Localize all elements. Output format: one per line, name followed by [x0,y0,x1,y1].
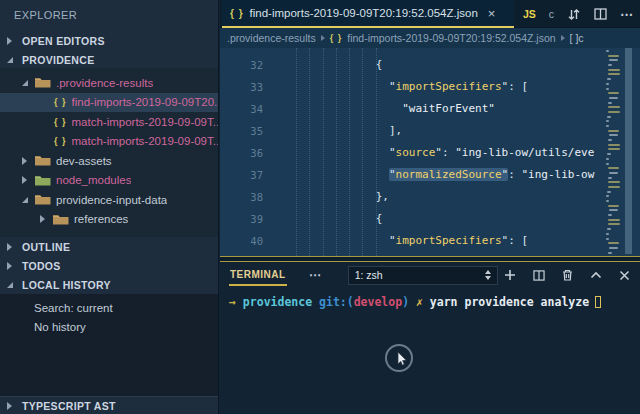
line-number: 39 [220,208,263,230]
minimap-line-seg [608,106,620,108]
code-line[interactable]: 34 "waitForEvent" [220,98,604,120]
minimap-line [604,144,626,146]
tree-item--providence-results[interactable]: .providence-results [0,73,218,93]
code-line[interactable]: 37 "normalizedSource": "ing-lib-ow [220,164,604,186]
terminal-selector[interactable]: 1: zsh [348,266,498,285]
section-label: OUTLINE [22,241,70,253]
prompt-segment-cmd: yarn providence analyze [430,295,589,309]
minimap-line-seg [607,116,611,118]
line-number: 37 [220,164,263,186]
minimap-line [604,195,626,197]
section-label: LOCAL HISTORY [22,279,111,291]
code-line[interactable]: 40 "importSpecifiers": [ [220,230,604,252]
minimap-line [604,139,626,141]
minimap-line [604,50,626,52]
new-terminal-icon[interactable] [504,269,516,281]
line-number: 32 [220,54,263,76]
json-string: "ing-lib-ow/utils/eve [455,146,594,159]
js-beautify-button[interactable]: JS [523,8,536,20]
local-history-status: No history [0,317,218,336]
breadcrumb-file[interactable]: find-imports-2019-09-09T20:19:52.054Z.js… [347,32,555,44]
section-outline[interactable]: OUTLINE [0,237,218,256]
code-line[interactable]: 38 }, [220,186,604,208]
json-punctuation: }, [376,190,389,203]
more-actions-icon[interactable]: ⋯ [620,7,634,22]
sync-icon[interactable] [567,8,581,21]
code-line[interactable]: 35 ], [220,120,604,142]
code-editor[interactable]: 32 {33 "importSpecifiers": [34 "waitForE… [220,48,640,256]
tree-item-references[interactable]: references [0,210,218,230]
line-number: 35 [220,120,263,142]
tab-find-imports-json[interactable]: { } find-imports-2019-09-09T20:19:52.054… [222,0,514,28]
tree-item-match-imports-2019-09-09t-[interactable]: { }match-imports-2019-09-09T... [0,132,218,152]
section-typescript-ast[interactable]: TYPESCRIPT AST [0,396,218,414]
chevron-right-icon [40,215,48,223]
minimap-line-seg [609,209,618,211]
json-string: "waitForEvent" [402,102,495,115]
maximize-panel-icon[interactable] [590,271,602,279]
minimap-line [604,205,626,207]
close-panel-icon[interactable] [619,270,630,281]
minimap-line-seg [606,50,609,52]
minimap-line [604,191,626,193]
minimap-line-seg [607,78,611,80]
json-file-icon: { } [330,33,343,43]
section-open-editors[interactable]: OPEN EDITORS [0,31,218,50]
breadcrumb-node[interactable]: [ ]c [570,32,584,44]
minimap-line [604,214,626,216]
minimap-line [604,78,626,80]
section-label: PROVIDENCE [22,54,94,66]
tree-item-node-modules[interactable]: node_modules [0,171,218,191]
editor-group: { } find-imports-2019-09-09T20:19:52.054… [220,0,640,414]
local-history-panel: Search: current No history [0,294,218,396]
minimap[interactable] [604,50,626,256]
code-line[interactable]: 32 { [220,54,604,76]
split-terminal-icon[interactable] [533,270,545,281]
c-action-button[interactable]: c [549,8,554,20]
code-line[interactable]: 36 "source": "ing-lib-ow/utils/eve [220,142,604,164]
section-providence[interactable]: PROVIDENCE [0,50,218,69]
code-line[interactable]: 39 { [220,208,604,230]
tree-item-label: providence-input-data [56,194,167,206]
code-line[interactable]: 33 "importSpecifiers": [ [220,76,604,98]
tree-item-providence-input-data[interactable]: providence-input-data [0,190,218,210]
minimap-line-seg [608,214,612,216]
close-tab-icon[interactable]: × [488,6,496,21]
section-todos[interactable]: TODOS [0,256,218,275]
minimap-line [604,172,626,174]
editor-actions: JS c ⋯ [523,0,634,28]
breadcrumb-folder[interactable]: .providence-results [227,32,316,44]
minimap-line-seg [608,130,619,132]
minimap-line-seg [608,111,620,113]
quote: " [389,168,396,181]
kill-terminal-icon[interactable] [562,269,573,281]
tab-terminal[interactable]: TERMINAL [229,264,287,286]
code-text: ], [283,120,402,142]
scrollbar-thumb[interactable] [625,48,632,254]
folder-icon [35,194,51,205]
split-editor-icon[interactable] [594,8,607,20]
terminal-prompt[interactable]: → providence git:(develop) ✗ yarn provid… [229,295,640,309]
json-file-icon: { } [230,8,244,19]
json-punctuation: : [508,168,521,181]
terminal-more-icon[interactable]: ⋯ [309,268,322,282]
json-punctuation: : [442,146,455,159]
minimap-line-seg [608,73,620,75]
tree-item-match-imports-2019-09-09t-[interactable]: { }match-imports-2019-09-09T... [0,112,218,132]
local-history-search[interactable]: Search: current [0,298,218,317]
folder-icon [35,77,51,88]
minimap-line [604,148,626,150]
minimap-line-seg [608,148,620,150]
terminal-selector-value: 1: zsh [355,269,383,281]
section-local-history[interactable]: LOCAL HISTORY [0,275,218,294]
vscode-window: EXPLORER OPEN EDITORS PROVIDENCE .provid… [0,0,640,414]
section-label: OPEN EDITORS [22,35,105,47]
tree-item-dev-assets[interactable]: dev-assets [0,151,218,171]
sidebar-title: EXPLORER [0,0,218,30]
minimap-line-seg [609,134,618,136]
quote: " [389,80,396,93]
minimap-line [604,83,626,85]
tree-item-find-imports-2019-09-09t20-[interactable]: { }find-imports-2019-09-09T20... [0,93,218,113]
minimap-line-seg [608,167,619,169]
terminal-cursor [595,296,601,308]
